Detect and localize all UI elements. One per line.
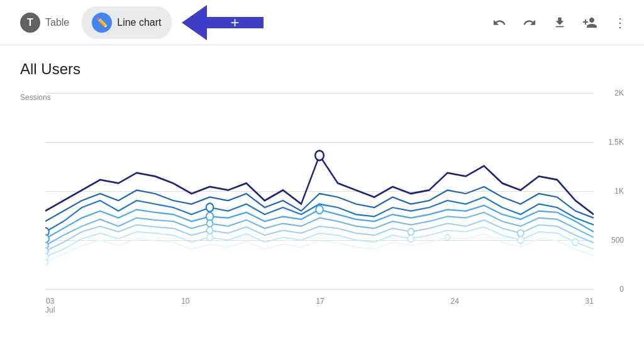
marker-4-peak bbox=[316, 206, 323, 214]
marker-7-right bbox=[408, 235, 414, 242]
marker-6-mid bbox=[207, 227, 213, 234]
toolbar-actions: ⋮ bbox=[486, 9, 634, 36]
chart-svg bbox=[45, 93, 594, 308]
add-user-icon bbox=[582, 15, 597, 30]
marker-6-far bbox=[518, 229, 524, 236]
toolbar: T Table ✏️ Line chart + bbox=[0, 0, 644, 45]
undo-icon bbox=[492, 16, 506, 30]
marker-8-mid bbox=[445, 235, 450, 240]
arrow-body: + bbox=[207, 17, 264, 28]
add-icon: + bbox=[231, 14, 240, 31]
x-tick-31: 31 bbox=[586, 297, 594, 327]
arrow-head bbox=[182, 5, 207, 40]
y-tick-2k: 2K bbox=[614, 89, 624, 97]
undo-button[interactable] bbox=[486, 9, 513, 36]
y-tick-0: 0 bbox=[619, 285, 624, 294]
y-tick-1.5k: 1.5K bbox=[608, 138, 624, 146]
download-icon bbox=[553, 16, 567, 30]
marker-7-far bbox=[518, 236, 524, 243]
y-tick-1k: 1K bbox=[614, 187, 624, 196]
tab-table[interactable]: T Table bbox=[10, 6, 79, 39]
x-tick-24: 24 bbox=[450, 297, 458, 327]
redo-button[interactable] bbox=[516, 9, 543, 36]
marker-5-mid bbox=[207, 220, 213, 227]
x-tick-17: 17 bbox=[316, 297, 324, 327]
main-content: All Users Sessions 2K 1.5K 1K 500 0 bbox=[0, 45, 644, 337]
table-icon: T bbox=[20, 13, 40, 33]
marker-peak bbox=[315, 151, 324, 160]
arrow-annotation: + bbox=[182, 5, 264, 40]
more-icon: ⋮ bbox=[614, 15, 626, 30]
x-tick-10: 10 bbox=[181, 297, 189, 327]
tab-table-label: Table bbox=[45, 17, 69, 28]
x-tick-03: 03 Jul bbox=[45, 297, 55, 327]
chart-wrapper: Sessions 2K 1.5K 1K 500 0 bbox=[20, 82, 624, 327]
redo-icon bbox=[523, 16, 536, 30]
pencil-icon: ✏️ bbox=[92, 13, 112, 33]
marker-6-right bbox=[408, 228, 414, 235]
marker-3-mid bbox=[206, 203, 214, 211]
marker-7-mid bbox=[207, 234, 213, 241]
chart-area: Sessions 2K 1.5K 1K 500 0 bbox=[20, 82, 624, 327]
marker-7-31 bbox=[572, 239, 579, 246]
more-button[interactable]: ⋮ bbox=[606, 9, 634, 36]
marker-8-start bbox=[45, 260, 48, 265]
chart-title: All Users bbox=[20, 60, 624, 78]
add-user-button[interactable] bbox=[576, 9, 604, 36]
tab-linechart-label: Line chart bbox=[117, 17, 161, 28]
y-tick-500: 500 bbox=[611, 236, 624, 245]
x-axis-labels: 03 Jul 10 17 24 31 bbox=[45, 297, 594, 327]
download-button[interactable] bbox=[546, 9, 574, 36]
tab-linechart[interactable]: ✏️ Line chart bbox=[82, 6, 171, 39]
